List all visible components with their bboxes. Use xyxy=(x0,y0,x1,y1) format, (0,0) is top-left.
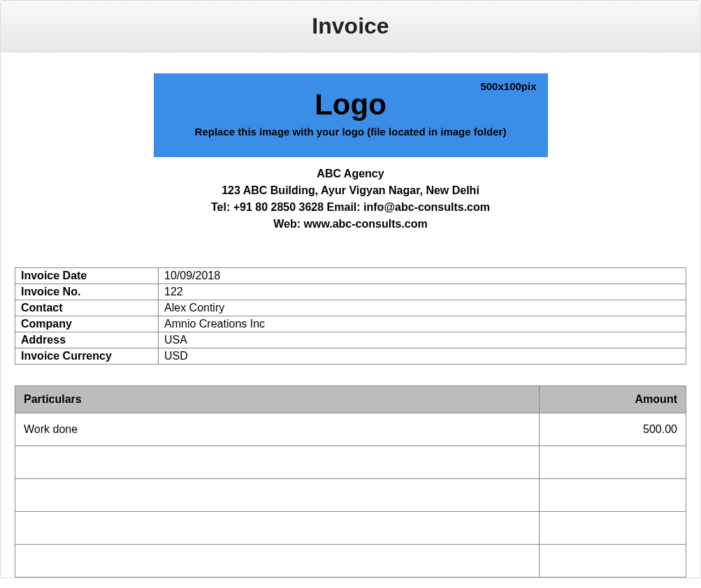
detail-row-invoice-date: Invoice Date 10/09/2018 xyxy=(15,268,686,284)
item-amount xyxy=(540,545,686,578)
item-amount xyxy=(540,512,686,545)
logo-dimension-label: 500x100pix xyxy=(480,80,536,92)
detail-value: 10/09/2018 xyxy=(159,268,686,284)
detail-row-company: Company Amnio Creations Inc xyxy=(15,316,686,332)
detail-label: Invoice Date xyxy=(15,268,159,284)
page-title: Invoice xyxy=(1,13,700,39)
detail-label: Address xyxy=(15,332,159,348)
invoice-items-table: Particulars Amount Work done 500.00 xyxy=(15,385,686,578)
detail-row-address: Address USA xyxy=(15,332,686,348)
agency-name: ABC Agency xyxy=(15,166,686,182)
detail-row-contact: Contact Alex Contiry xyxy=(15,300,686,316)
logo-main-text: Logo xyxy=(315,88,386,122)
item-row xyxy=(15,479,686,512)
agency-contact: Tel: +91 80 2850 3628 Email: info@abc-co… xyxy=(15,199,686,216)
detail-value: Alex Contiry xyxy=(159,300,686,316)
item-amount xyxy=(540,446,686,479)
item-row xyxy=(15,446,686,479)
detail-value: USD xyxy=(159,348,686,365)
invoice-details-table: Invoice Date 10/09/2018 Invoice No. 122 … xyxy=(15,267,686,365)
agency-address: 123 ABC Building, Ayur Vigyan Nagar, New… xyxy=(15,182,686,199)
item-row xyxy=(15,545,686,578)
detail-label: Invoice Currency xyxy=(15,348,159,365)
agency-info: ABC Agency 123 ABC Building, Ayur Vigyan… xyxy=(15,166,686,233)
detail-label: Company xyxy=(15,316,159,332)
invoice-container: Invoice 500x100pix Logo Replace this ima… xyxy=(0,0,701,578)
logo-placeholder: 500x100pix Logo Replace this image with … xyxy=(154,73,548,157)
item-particulars: Work done xyxy=(15,413,540,446)
item-row: Work done 500.00 xyxy=(15,413,686,446)
detail-value: 122 xyxy=(159,284,686,300)
item-particulars xyxy=(15,446,540,479)
header-particulars: Particulars xyxy=(15,386,540,413)
item-particulars xyxy=(15,512,540,545)
item-particulars xyxy=(15,479,540,512)
agency-web: Web: www.abc-consults.com xyxy=(15,216,686,233)
title-bar: Invoice xyxy=(1,1,700,52)
detail-row-invoice-no: Invoice No. 122 xyxy=(15,284,686,300)
item-amount xyxy=(540,479,686,512)
content-area: 500x100pix Logo Replace this image with … xyxy=(1,52,700,578)
detail-label: Invoice No. xyxy=(15,284,159,300)
items-header-row: Particulars Amount xyxy=(15,386,686,413)
detail-label: Contact xyxy=(15,300,159,316)
item-particulars xyxy=(15,545,540,578)
item-amount: 500.00 xyxy=(540,413,686,446)
header-amount: Amount xyxy=(540,386,686,413)
detail-value: USA xyxy=(159,332,686,348)
logo-sub-text: Replace this image with your logo (file … xyxy=(195,126,507,138)
detail-row-currency: Invoice Currency USD xyxy=(15,348,686,365)
item-row xyxy=(15,512,686,545)
detail-value: Amnio Creations Inc xyxy=(159,316,686,332)
